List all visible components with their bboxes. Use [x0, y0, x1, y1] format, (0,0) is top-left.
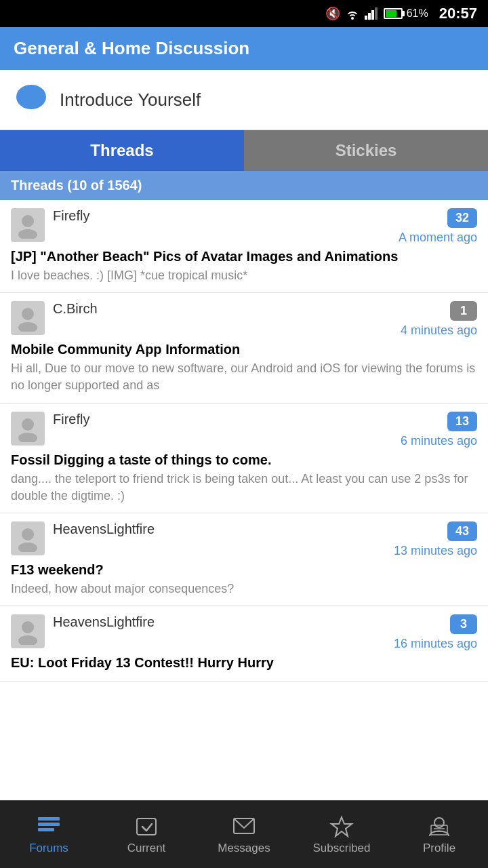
intro-title: Introduce Yourself [60, 90, 201, 111]
app-header: General & Home Discussion [0, 27, 488, 70]
table-row[interactable]: HeavensLightfire 3 16 minutes ago EU: Lo… [0, 606, 488, 682]
reply-badge: 1 [450, 301, 477, 321]
thread-meta-right: 43 13 minutes ago [394, 521, 477, 558]
thread-meta-right: 32 A moment ago [399, 208, 477, 245]
thread-user-info: C.Birch [53, 301, 392, 317]
svg-point-9 [18, 322, 37, 332]
table-row[interactable]: Firefly 13 6 minutes ago Fossil Digging … [0, 403, 488, 513]
thread-user-info: HeavensLightfire [53, 521, 386, 537]
chat-bubble-icon [14, 82, 49, 117]
svg-point-10 [22, 418, 34, 431]
svg-rect-19 [137, 818, 156, 835]
battery-icon [384, 8, 403, 19]
messages-icon [232, 814, 256, 839]
nav-label-forums: Forums [29, 842, 68, 855]
nav-label-profile: Profile [423, 842, 455, 855]
svg-point-12 [22, 528, 34, 540]
thread-meta-right: 13 6 minutes ago [401, 412, 477, 448]
svg-rect-0 [365, 16, 367, 20]
reply-badge: 32 [447, 208, 477, 228]
thread-meta-right: 3 16 minutes ago [394, 614, 477, 651]
thread-user-info: Firefly [53, 208, 390, 224]
header-title: General & Home Discussion [14, 38, 249, 58]
nav-label-subscribed: Subscribed [312, 842, 370, 855]
battery-percent: 61% [407, 7, 428, 20]
avatar [11, 412, 45, 446]
svg-point-14 [22, 621, 34, 633]
status-bar: 🔇 61% 20:57 [0, 0, 488, 27]
svg-rect-3 [375, 7, 378, 20]
svg-point-11 [18, 433, 37, 442]
status-icons: 🔇 61% [325, 6, 428, 21]
nav-item-current[interactable]: Current [98, 801, 195, 868]
reply-badge: 3 [450, 614, 477, 634]
avatar [11, 614, 45, 648]
tab-stickies[interactable]: Stickies [244, 130, 488, 171]
thread-preview: Hi all, Due to our move to new software,… [11, 360, 477, 394]
svg-point-21 [434, 818, 444, 827]
svg-point-7 [18, 229, 37, 239]
thread-title: F13 weekend? [11, 562, 477, 578]
nav-item-profile[interactable]: Profile [390, 801, 488, 868]
thread-title: EU: Loot Friday 13 Contest!! Hurry Hurry [11, 655, 477, 671]
avatar [11, 208, 45, 242]
svg-point-6 [22, 215, 34, 227]
reply-badge: 13 [447, 412, 477, 431]
signal-icon [365, 7, 380, 20]
svg-point-8 [22, 308, 34, 320]
avatar [11, 521, 45, 555]
forums-icon [37, 814, 61, 839]
thread-list: Firefly 32 A moment ago [JP] "Another Be… [0, 200, 488, 682]
tab-threads[interactable]: Threads [0, 130, 244, 171]
thread-title: [JP] "Another Beach" Pics of Avatar Imag… [11, 249, 477, 264]
svg-point-13 [18, 542, 37, 552]
reply-badge: 43 [447, 521, 477, 541]
avatar [11, 301, 45, 335]
nav-item-forums[interactable]: Forums [0, 801, 98, 868]
current-icon [134, 814, 159, 839]
table-row[interactable]: C.Birch 1 4 minutes ago Mobile Community… [0, 293, 488, 403]
thread-title: Mobile Community App Information [11, 342, 477, 357]
svg-rect-1 [368, 13, 371, 20]
thread-preview: Indeed, how about major consequences? [11, 580, 477, 597]
tabs-container: Threads Stickies [0, 130, 488, 171]
thread-user-info: Firefly [53, 412, 392, 427]
thread-title: Fossil Digging a taste of things to come… [11, 452, 477, 468]
threads-count-bar: Threads (10 of 1564) [0, 171, 488, 200]
svg-rect-16 [38, 817, 60, 821]
introduce-yourself-section[interactable]: Introduce Yourself [0, 70, 488, 130]
subscribed-icon [329, 814, 354, 839]
clock: 20:57 [439, 5, 477, 22]
table-row[interactable]: HeavensLightfire 43 13 minutes ago F13 w… [0, 513, 488, 606]
bottom-nav: Forums Current Messages Subscribed Profi… [0, 800, 488, 868]
svg-rect-17 [38, 823, 60, 826]
table-row[interactable]: Firefly 32 A moment ago [JP] "Another Be… [0, 200, 488, 293]
svg-point-15 [18, 635, 37, 645]
thread-preview: dang.... the teleport to friend trick is… [11, 471, 477, 505]
thread-user-info: HeavensLightfire [53, 614, 386, 630]
thread-meta-right: 1 4 minutes ago [401, 301, 477, 338]
mute-icon: 🔇 [325, 6, 340, 21]
nav-item-messages[interactable]: Messages [195, 801, 293, 868]
nav-item-subscribed[interactable]: Subscribed [293, 801, 390, 868]
profile-icon [427, 814, 451, 839]
thread-preview: I love beaches. :) [IMG] *cue tropical m… [11, 267, 477, 284]
nav-label-current: Current [127, 842, 166, 855]
svg-rect-18 [38, 828, 54, 831]
svg-rect-2 [371, 10, 374, 20]
wifi-icon [344, 7, 361, 20]
nav-label-messages: Messages [218, 842, 270, 855]
